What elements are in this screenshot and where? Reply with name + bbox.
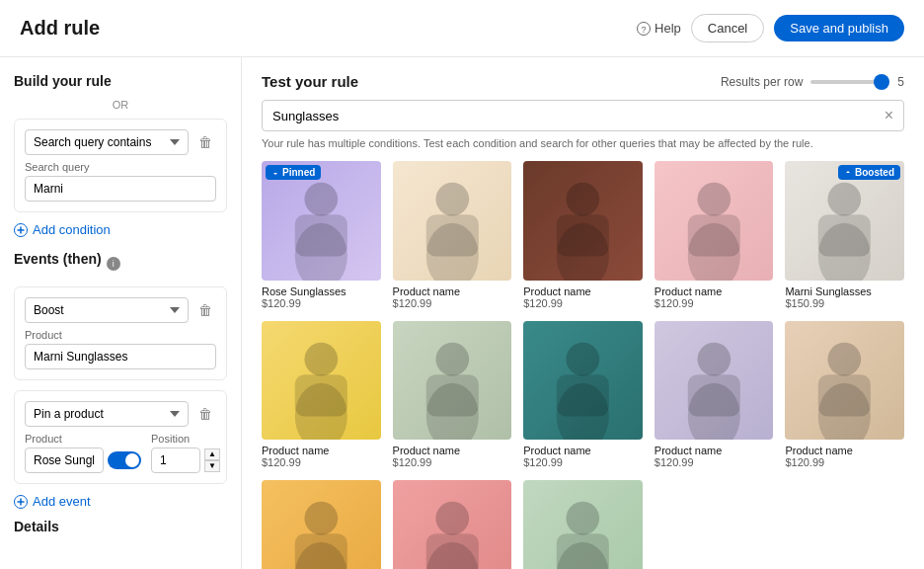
- pin-position-label: Position: [151, 433, 220, 445]
- product-name: Product name: [523, 285, 643, 297]
- search-bar: ×: [262, 100, 904, 131]
- product-card[interactable]: Product name $120.99: [654, 161, 774, 309]
- svg-rect-37: [818, 374, 871, 416]
- results-per-row-control: Results per row 5: [721, 75, 904, 89]
- product-card[interactable]: Product name $120.99: [393, 321, 512, 469]
- events-title: Events (then): [14, 251, 102, 267]
- svg-point-12: [435, 183, 469, 216]
- svg-rect-22: [818, 214, 871, 256]
- svg-rect-46: [557, 533, 609, 569]
- position-stepper: ▲ ▼: [204, 448, 220, 472]
- pin-event-row: Pin a product 🗑: [25, 401, 216, 427]
- svg-point-45: [567, 502, 600, 535]
- product-price: $120.99: [523, 456, 643, 468]
- delete-event-1-button[interactable]: 🗑: [194, 300, 216, 320]
- svg-rect-16: [557, 214, 609, 256]
- info-icon[interactable]: i: [107, 257, 120, 271]
- results-slider-thumb[interactable]: [874, 74, 889, 90]
- product-image: [785, 321, 904, 441]
- event-type-select-2[interactable]: Pin a product: [25, 401, 189, 427]
- product-price: $120.99: [393, 297, 512, 309]
- product-image: [654, 321, 774, 441]
- header: Add rule ? Help Cancel Save and publish: [0, 0, 924, 57]
- delete-condition-button[interactable]: 🗑: [194, 132, 216, 152]
- boost-product-input[interactable]: [25, 344, 216, 369]
- product-price: $120.99: [523, 297, 643, 309]
- product-card[interactable]: Product name $120.99: [523, 321, 643, 469]
- events-section-header: Events (then) i: [14, 251, 227, 277]
- cancel-button[interactable]: Cancel: [691, 14, 764, 42]
- product-card[interactable]: Product name $120.99: [262, 480, 381, 569]
- products-grid: Pinned Rose Sunglasses $120.99 Pr: [262, 161, 904, 569]
- test-search-input[interactable]: [272, 109, 877, 123]
- product-image: [262, 480, 381, 569]
- search-query-input[interactable]: [25, 176, 216, 202]
- svg-rect-13: [425, 214, 478, 256]
- test-rule-title: Test your rule: [262, 73, 358, 90]
- svg-point-15: [567, 183, 600, 216]
- product-card[interactable]: Product name $120.99: [523, 480, 643, 569]
- product-price: $120.99: [785, 456, 904, 468]
- product-name: Product name: [262, 445, 381, 456]
- product-card[interactable]: Product name $120.99: [262, 321, 381, 469]
- results-count: 5: [897, 75, 904, 89]
- clear-search-button[interactable]: ×: [885, 107, 893, 124]
- svg-point-18: [697, 183, 731, 216]
- rule-note: Your rule has multiple conditions. Test …: [262, 137, 904, 149]
- product-image: [393, 161, 512, 281]
- boost-product-label: Product: [25, 329, 216, 341]
- or-divider: OR: [14, 99, 227, 111]
- add-event-button[interactable]: Add event: [14, 494, 91, 509]
- product-name: Product name: [654, 285, 774, 297]
- delete-event-2-button[interactable]: 🗑: [194, 404, 216, 424]
- product-card[interactable]: Product name $120.99: [654, 321, 774, 469]
- pin-event-box: Pin a product 🗑 Product Position: [14, 390, 227, 484]
- help-button[interactable]: ? Help: [637, 21, 681, 36]
- svg-rect-40: [295, 533, 347, 569]
- product-name: Product name: [785, 445, 904, 456]
- product-image: [262, 321, 381, 441]
- left-panel: Build your rule OR Search query contains…: [0, 57, 242, 569]
- results-slider-track: [810, 80, 889, 84]
- svg-rect-43: [425, 533, 478, 569]
- svg-point-33: [697, 342, 731, 375]
- pin-fields-row: Product Position ▲ ▼: [25, 427, 216, 473]
- product-name: Rose Sunglasses: [262, 285, 381, 297]
- condition-type-select[interactable]: Search query contains: [25, 129, 189, 155]
- product-image: [393, 480, 512, 569]
- boosted-badge: Boosted: [838, 165, 900, 180]
- product-card[interactable]: Pinned Rose Sunglasses $120.99: [262, 161, 381, 309]
- svg-rect-34: [688, 374, 740, 416]
- query-label: Search query: [25, 161, 216, 173]
- event-type-select-1[interactable]: Boost: [25, 297, 189, 323]
- product-card[interactable]: Product name $120.99: [785, 321, 904, 469]
- position-decrement-button[interactable]: ▼: [204, 460, 220, 472]
- pin-position-input[interactable]: [151, 447, 200, 473]
- pin-toggle[interactable]: [108, 451, 141, 469]
- product-card[interactable]: Product name $120.99: [393, 480, 512, 569]
- save-publish-button[interactable]: Save and publish: [774, 15, 904, 41]
- position-increment-button[interactable]: ▲: [204, 448, 220, 460]
- boost-event-box: Boost 🗑 Product: [14, 286, 227, 380]
- product-card[interactable]: Product name $120.99: [393, 161, 512, 309]
- build-rule-title: Build your rule: [14, 73, 227, 89]
- product-image: [393, 321, 512, 441]
- svg-rect-19: [688, 214, 740, 256]
- boost-event-row: Boost 🗑: [25, 297, 216, 323]
- plus-icon-event: [14, 495, 28, 509]
- svg-rect-25: [295, 374, 347, 416]
- product-name: Marni Sunglasses: [785, 285, 904, 297]
- pinned-badge: Pinned: [266, 165, 321, 180]
- product-name: Product name: [393, 285, 512, 297]
- right-panel: Test your rule Results per row 5 × Your …: [242, 57, 924, 569]
- condition-box: Search query contains 🗑 Search query: [14, 119, 227, 212]
- add-condition-button[interactable]: Add condition: [14, 222, 111, 237]
- pin-product-input[interactable]: [25, 447, 104, 473]
- product-image: [523, 321, 643, 441]
- product-card[interactable]: Product name $120.99: [523, 161, 643, 309]
- pin-product-col: Product: [25, 427, 141, 473]
- page-title: Add rule: [20, 17, 100, 40]
- product-card[interactable]: Boosted Marni Sunglasses $150.99: [785, 161, 904, 309]
- svg-rect-10: [295, 214, 347, 256]
- product-price: $150.99: [785, 297, 904, 309]
